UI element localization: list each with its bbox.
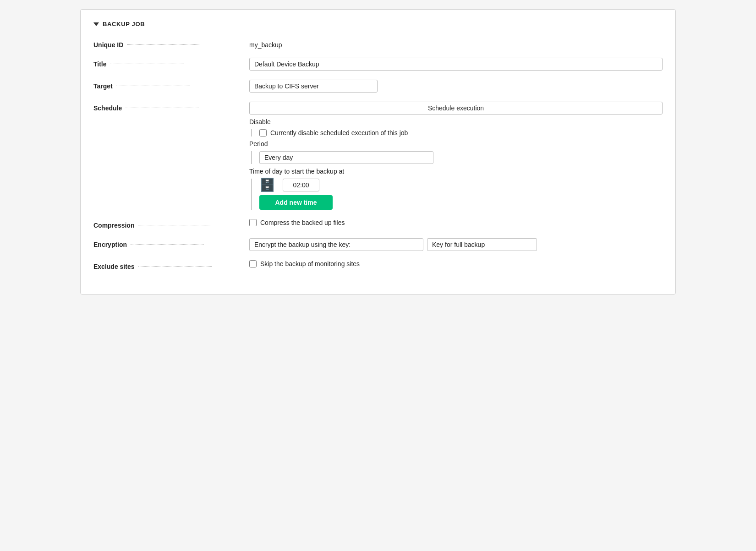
title-value bbox=[249, 58, 663, 71]
compression-label: Compression bbox=[93, 219, 249, 229]
unique-id-label: Unique ID bbox=[93, 38, 249, 49]
disable-checkbox[interactable] bbox=[259, 129, 267, 136]
backup-job-panel: BACKUP JOB Unique ID my_backup Title Tar… bbox=[80, 9, 676, 295]
encryption-inputs-row bbox=[249, 238, 663, 251]
time-subsection: Time of day to start the backup at 🗄️ Ad… bbox=[249, 168, 663, 210]
period-indented bbox=[251, 151, 663, 164]
add-new-time-button[interactable]: Add new time bbox=[259, 195, 333, 210]
schedule-row: Schedule Schedule execution Disable Curr… bbox=[93, 102, 663, 210]
unique-id-row: Unique ID my_backup bbox=[93, 38, 663, 49]
exclude-sites-row: Exclude sites Skip the backup of monitor… bbox=[93, 260, 663, 270]
encryption-label-input[interactable] bbox=[249, 238, 423, 251]
compression-row: Compression Compress the backed up files bbox=[93, 219, 663, 229]
schedule-section: Schedule execution Disable Currently dis… bbox=[249, 102, 663, 210]
schedule-label: Schedule bbox=[93, 102, 249, 112]
time-input[interactable] bbox=[283, 179, 319, 191]
period-subsection: Period bbox=[249, 140, 663, 164]
time-of-day-label: Time of day to start the backup at bbox=[249, 168, 663, 175]
compression-checkbox-label: Compress the backed up files bbox=[260, 219, 345, 226]
compression-value: Compress the backed up files bbox=[249, 219, 663, 226]
disable-subsection: Disable Currently disable scheduled exec… bbox=[249, 118, 663, 136]
time-indented: 🗄️ Add new time bbox=[251, 179, 663, 210]
exclude-sites-checkbox-label: Skip the backup of monitoring sites bbox=[260, 260, 360, 267]
encryption-value bbox=[249, 238, 663, 251]
compression-checkbox-row: Compress the backed up files bbox=[249, 219, 663, 226]
target-label: Target bbox=[93, 80, 249, 90]
section-title: BACKUP JOB bbox=[103, 21, 145, 27]
unique-id-value: my_backup bbox=[249, 38, 663, 49]
exclude-sites-value: Skip the backup of monitoring sites bbox=[249, 260, 663, 267]
schedule-execution-button[interactable]: Schedule execution bbox=[249, 102, 663, 115]
bucket-icon: 🗄️ bbox=[259, 179, 275, 191]
section-header: BACKUP JOB bbox=[93, 21, 663, 27]
exclude-sites-checkbox-row: Skip the backup of monitoring sites bbox=[249, 260, 663, 267]
compression-checkbox[interactable] bbox=[249, 219, 257, 226]
target-value bbox=[249, 80, 663, 93]
collapse-icon[interactable] bbox=[93, 22, 99, 26]
disable-indented: Currently disable scheduled execution of… bbox=[251, 129, 663, 136]
disable-checkbox-row: Currently disable scheduled execution of… bbox=[259, 129, 663, 136]
period-label: Period bbox=[249, 140, 663, 147]
title-label: Title bbox=[93, 58, 249, 68]
title-input[interactable] bbox=[249, 58, 663, 71]
exclude-sites-checkbox[interactable] bbox=[249, 260, 257, 267]
title-row: Title bbox=[93, 58, 663, 71]
encryption-row: Encryption bbox=[93, 238, 663, 251]
exclude-sites-label: Exclude sites bbox=[93, 260, 249, 270]
time-row: 🗄️ bbox=[259, 179, 663, 191]
encryption-key-input[interactable] bbox=[427, 238, 537, 251]
encryption-label: Encryption bbox=[93, 238, 249, 248]
disable-checkbox-label: Currently disable scheduled execution of… bbox=[270, 129, 408, 136]
disable-label: Disable bbox=[249, 118, 663, 125]
target-row: Target bbox=[93, 80, 663, 93]
target-input[interactable] bbox=[249, 80, 378, 93]
period-input[interactable] bbox=[259, 151, 433, 164]
unique-id-text: my_backup bbox=[249, 38, 663, 49]
